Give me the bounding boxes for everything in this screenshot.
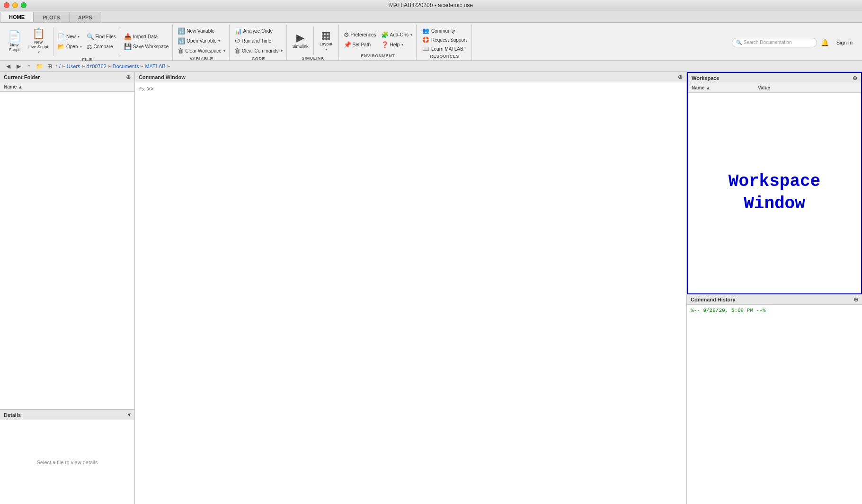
run-and-time-row: ⏱ Run and Time [234, 37, 271, 44]
address-bar: ◀ ▶ ↑ 📁 ⊞ / / ▸ Users ▸ dz00762 ▸ Docume… [0, 61, 862, 72]
open-row: 📂 Open ▾ [57, 43, 81, 50]
path-item-users[interactable]: Users [67, 63, 80, 69]
path-item-documents[interactable]: Documents [113, 63, 139, 69]
simulink-label: Simulink [293, 44, 309, 49]
find-files-button[interactable]: 🔍 Find Files [85, 32, 118, 41]
open-variable-button[interactable]: 🔢 Open Variable ▾ [176, 36, 227, 45]
clear-commands-button[interactable]: 🗑 Clear Commands ▾ [232, 46, 284, 55]
workspace-header: Workspace ⊕ [688, 73, 861, 83]
open-variable-row: 🔢 Open Variable ▾ [178, 37, 220, 44]
clear-workspace-icon: 🗑 [178, 47, 184, 54]
minimize-button[interactable] [12, 2, 18, 8]
tab-home[interactable]: HOME [0, 12, 34, 22]
layout-button[interactable]: ▦ Layout ▾ [316, 28, 337, 53]
path-sep-0: / [56, 63, 57, 69]
search-placeholder: Search Documentation [744, 40, 792, 45]
compare-button[interactable]: ⚖ Compare [85, 42, 118, 51]
save-icon: 💾 [124, 43, 132, 50]
new-live-script-dropdown-icon: ▾ [38, 50, 40, 54]
add-ons-icon: 🧩 [381, 31, 389, 38]
forward-button[interactable]: ▶ [14, 62, 23, 71]
new-row: 📄 New ▾ [57, 33, 80, 40]
env-group: ⚙ Preferences 📌 Set Path [342, 30, 378, 49]
command-history-title: Command History [691, 297, 736, 302]
command-window-title: Command Window [139, 74, 186, 80]
workspace-watermark-line1: Workspace [729, 171, 820, 193]
new-dropdown-icon: ▾ [78, 35, 80, 39]
import-data-button[interactable]: 📥 Import Data [122, 32, 170, 41]
find-compare-group: 🔍 Find Files ⚖ Compare [85, 32, 118, 51]
current-folder-menu-button[interactable]: ⊕ [126, 74, 131, 80]
clear-commands-row: 🗑 Clear Commands ▾ [234, 47, 283, 54]
help-button[interactable]: ❓ Help ▾ [379, 40, 414, 49]
learn-matlab-button[interactable]: 📖 Learn MATLAB [419, 44, 470, 53]
open-icon: 📂 [57, 43, 65, 50]
analyze-code-row: 📊 Analyze Code [234, 27, 273, 35]
open-button[interactable]: 📂 Open ▾ [55, 42, 83, 51]
path-item-root[interactable]: / [59, 63, 61, 69]
add-ons-button[interactable]: 🧩 Add-Ons ▾ [379, 30, 414, 39]
save-workspace-button[interactable]: 💾 Save Workspace [122, 42, 170, 51]
maximize-button[interactable] [21, 2, 27, 8]
preferences-label: Preferences [351, 32, 376, 37]
new-live-script-button[interactable]: 📋 NewLive Script ▾ [26, 27, 51, 56]
clear-commands-label: Clear Commands [242, 48, 279, 53]
clear-workspace-button[interactable]: 🗑 Clear Workspace ▾ [176, 46, 227, 55]
simulink-button[interactable]: ▶ Simulink [290, 31, 311, 51]
command-window-content[interactable]: fx >> [135, 82, 686, 504]
request-support-button[interactable]: 🛟 Request Support [419, 35, 470, 44]
layout-dropdown-icon: ▾ [325, 47, 327, 52]
search-documentation-box[interactable]: 🔍 Search Documentation [732, 38, 817, 47]
window-controls [4, 2, 27, 8]
command-window-menu-button[interactable]: ⊕ [678, 74, 683, 80]
compare-row: ⚖ Compare [87, 43, 113, 50]
recent-folders-button[interactable]: ⊞ [45, 62, 54, 71]
learn-matlab-icon: 📖 [422, 45, 429, 52]
set-path-label: Set Path [353, 42, 371, 47]
set-path-icon: 📌 [344, 41, 351, 48]
tab-apps[interactable]: APPS [69, 12, 101, 22]
run-and-time-button[interactable]: ⏱ Run and Time [232, 36, 284, 45]
command-history-menu-button[interactable]: ⊕ [853, 296, 858, 303]
add-ons-dropdown-icon: ▾ [410, 33, 412, 37]
tab-plots[interactable]: PLOTS [34, 12, 69, 22]
tab-bar: HOME PLOTS APPS [0, 10, 862, 23]
browse-button[interactable]: 📁 [35, 62, 44, 71]
current-folder-title: Current Folder [4, 74, 40, 80]
command-history-content: %-- 9/28/20, 5:09 PM --% [687, 305, 862, 504]
details-body: Select a file to view details [0, 420, 134, 504]
new-script-button[interactable]: 📄 NewScript [4, 29, 25, 54]
command-window-panel: Command Window ⊕ fx >> [135, 72, 687, 504]
path-sep-1: ▸ [62, 63, 65, 69]
community-button[interactable]: 👥 Community [419, 27, 470, 35]
workspace-menu-button[interactable]: ⊕ [853, 75, 857, 81]
set-path-button[interactable]: 📌 Set Path [342, 40, 378, 49]
notification-icon[interactable]: 🔔 [821, 39, 829, 46]
details-header[interactable]: Details ▾ [0, 410, 134, 420]
path-item-dz00762[interactable]: dz00762 [87, 63, 107, 69]
new-open-group: 📄 New ▾ 📂 Open ▾ [55, 32, 83, 51]
workspace-name-col: Name ▲ [692, 85, 711, 90]
new-button[interactable]: 📄 New ▾ [55, 32, 83, 41]
sign-in-button[interactable]: Sign In [833, 39, 856, 46]
path-sep-4: ▸ [141, 63, 143, 69]
toolbar-section-simulink: ▶ Simulink ▦ Layout ▾ SIMULINK [288, 25, 339, 60]
help-dropdown-icon: ▾ [401, 43, 403, 47]
clear-workspace-row: 🗑 Clear Workspace ▾ [178, 47, 225, 54]
new-script-icon: 📄 [8, 31, 21, 42]
folder-name-col: Name ▲ [4, 84, 23, 89]
preferences-button[interactable]: ⚙ Preferences [342, 30, 378, 39]
code-section-label: CODE [252, 55, 265, 63]
resources-section-label: RESOURCES [430, 53, 459, 61]
details-label: Details [4, 412, 21, 418]
new-variable-button[interactable]: 🔢 New Variable [176, 27, 227, 35]
close-button[interactable] [4, 2, 9, 8]
learn-matlab-label: Learn MATLAB [431, 46, 463, 52]
analyze-code-button[interactable]: 📊 Analyze Code [232, 27, 284, 35]
divider-1 [53, 27, 53, 56]
toolbar-top-right: 🔍 Search Documentation 🔔 Sign In [728, 25, 860, 60]
new-label: New [66, 34, 76, 39]
path-item-matlab[interactable]: MATLAB [145, 63, 165, 69]
back-button[interactable]: ◀ [4, 62, 12, 71]
up-button[interactable]: ↑ [25, 62, 33, 71]
